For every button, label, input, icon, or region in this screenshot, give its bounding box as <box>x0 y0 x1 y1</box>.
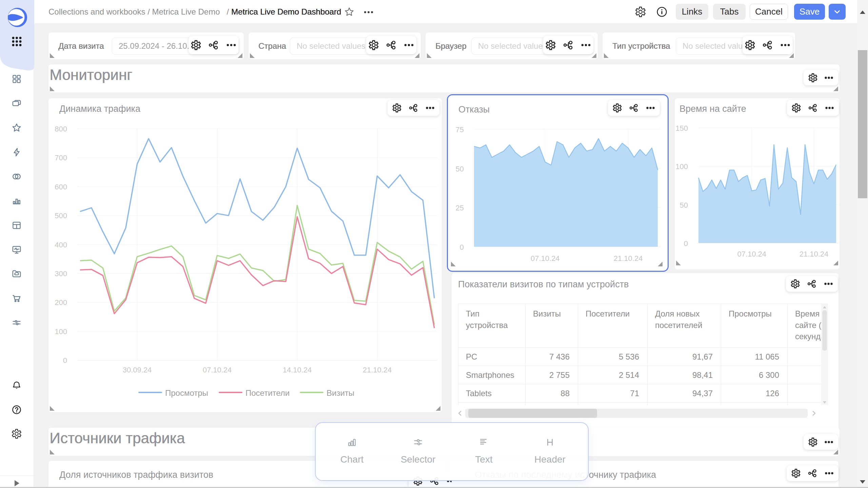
svg-text:150: 150 <box>675 124 688 133</box>
svg-text:21.10.24: 21.10.24 <box>363 366 392 374</box>
svg-text:14.10.24: 14.10.24 <box>283 366 312 374</box>
svg-text:0: 0 <box>460 243 464 251</box>
svg-text:21.10.24: 21.10.24 <box>614 254 643 263</box>
svg-text:700: 700 <box>55 154 67 162</box>
svg-text:300: 300 <box>55 269 67 278</box>
svg-text:07.10.24: 07.10.24 <box>531 254 560 263</box>
svg-text:600: 600 <box>55 183 67 191</box>
svg-text:0: 0 <box>63 356 67 365</box>
svg-text:21.10.24: 21.10.24 <box>800 250 829 258</box>
svg-text:Визиты: Визиты <box>327 388 354 398</box>
svg-text:400: 400 <box>55 241 67 249</box>
svg-text:07.10.24: 07.10.24 <box>203 366 232 374</box>
svg-text:0: 0 <box>684 239 688 248</box>
svg-text:500: 500 <box>55 211 67 220</box>
svg-text:100: 100 <box>55 327 67 336</box>
svg-text:07.10.24: 07.10.24 <box>737 250 766 258</box>
svg-text:100: 100 <box>675 162 688 171</box>
svg-text:50: 50 <box>680 201 688 209</box>
svg-text:30.09.24: 30.09.24 <box>123 366 152 374</box>
svg-text:50: 50 <box>456 165 464 173</box>
svg-text:Посетители: Посетители <box>245 388 290 398</box>
svg-text:800: 800 <box>55 125 67 133</box>
svg-text:200: 200 <box>55 298 67 307</box>
svg-text:25: 25 <box>456 204 464 212</box>
svg-text:75: 75 <box>456 125 464 134</box>
svg-text:Просмотры: Просмотры <box>165 388 208 398</box>
